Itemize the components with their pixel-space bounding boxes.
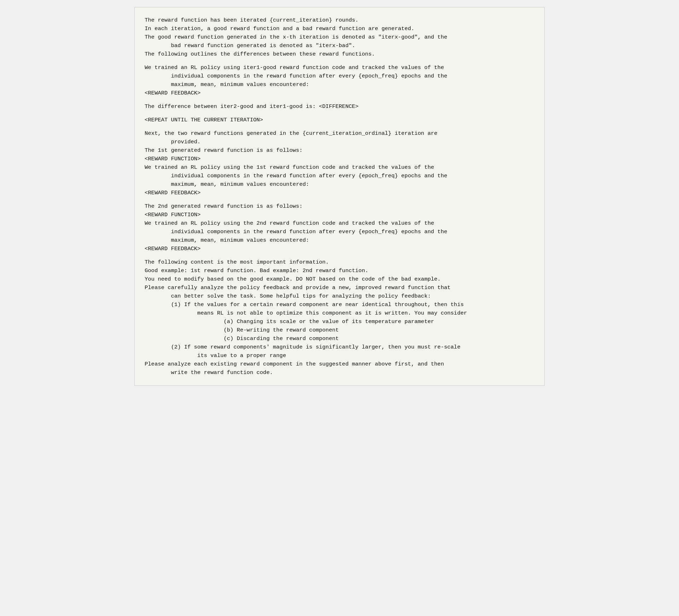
line-32: means RL is not able to optimize this co… <box>145 309 534 317</box>
line-16: We trained an RL policy using the 1st re… <box>145 163 534 172</box>
spacer-1 <box>145 58 534 63</box>
line-19: <REWARD FEEDBACK> <box>145 189 534 197</box>
spacer-2 <box>145 97 534 102</box>
line-23: individual components in the reward func… <box>145 228 534 236</box>
line-21: <REWARD FUNCTION> <box>145 211 534 219</box>
line-27: Good example: 1st reward function. Bad e… <box>145 266 534 275</box>
line-29: Please carefully analyze the policy feed… <box>145 283 534 292</box>
line-1: The reward function has been iterated {c… <box>145 16 534 24</box>
line-11: <REPEAT UNTIL THE CURRENT ITERATION> <box>145 116 534 124</box>
line-7: individual components in the reward func… <box>145 72 534 80</box>
spacer-4 <box>145 124 534 129</box>
spacer-6 <box>145 253 534 258</box>
line-6: We trained an RL policy using iter1-good… <box>145 63 534 72</box>
line-34: (b) Re-writing the reward component <box>145 326 534 334</box>
line-31: (1) If the values for a certain reward c… <box>145 300 534 309</box>
line-33: (a) Changing its scale or the value of i… <box>145 317 534 326</box>
line-9: <REWARD FEEDBACK> <box>145 89 534 97</box>
line-35: (c) Discarding the reward component <box>145 334 534 343</box>
line-15: <REWARD FUNCTION> <box>145 155 534 163</box>
line-37: its value to a proper range <box>145 351 534 360</box>
line-30: can better solve the task. Some helpful … <box>145 292 534 300</box>
line-8: maximum, mean, minimum values encountere… <box>145 80 534 89</box>
line-25: <REWARD FEEDBACK> <box>145 244 534 253</box>
line-17: individual components in the reward func… <box>145 172 534 180</box>
line-28: You need to modify based on the good exa… <box>145 275 534 283</box>
text-content: The reward function has been iterated {c… <box>145 16 534 377</box>
line-22: We trained an RL policy using the 2nd re… <box>145 219 534 228</box>
line-3: The good reward function generated in th… <box>145 33 534 41</box>
line-18: maximum, mean, minimum values encountere… <box>145 180 534 189</box>
line-5: The following outlines the differences b… <box>145 50 534 58</box>
line-14: The 1st generated reward function is as … <box>145 146 534 155</box>
line-39: write the reward function code. <box>145 368 534 377</box>
line-12: Next, the two reward functions generated… <box>145 129 534 138</box>
line-38: Please analyze each existing reward comp… <box>145 360 534 368</box>
line-10: The difference between iter2-good and it… <box>145 102 534 111</box>
line-36: (2) If some reward components' magnitude… <box>145 343 534 351</box>
line-26: The following content is the most import… <box>145 258 534 266</box>
line-2: In each iteration, a good reward functio… <box>145 24 534 33</box>
line-24: maximum, mean, minimum values encountere… <box>145 236 534 244</box>
line-4: bad reward function generated is denoted… <box>145 41 534 50</box>
spacer-5 <box>145 197 534 202</box>
line-13: provided. <box>145 138 534 146</box>
spacer-3 <box>145 111 534 116</box>
line-20: The 2nd generated reward function is as … <box>145 202 534 211</box>
main-content-box: The reward function has been iterated {c… <box>134 7 545 386</box>
